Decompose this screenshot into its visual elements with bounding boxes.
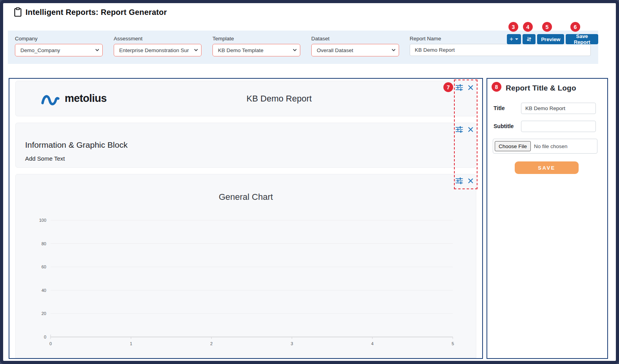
dataset-field: Dataset Overall Dataset — [311, 36, 399, 56]
subtitle-input[interactable] — [521, 121, 596, 132]
company-logo: metolius — [16, 92, 129, 106]
reorder-blocks-button[interactable] — [523, 34, 535, 44]
page-header: Intelligent Reports: Report Generator — [14, 7, 167, 17]
company-select[interactable]: Demo_Company — [15, 44, 103, 56]
logo-file-input[interactable]: Choose File No file chosen — [493, 139, 597, 154]
report-header-block[interactable]: metolius KB Demo Report — [15, 81, 476, 116]
assessment-field: Assessment Enterprise Demonstration Sur — [114, 36, 201, 56]
svg-text:0: 0 — [49, 341, 52, 346]
annotation-badge-5: 5 — [542, 22, 552, 32]
title-input[interactable] — [521, 103, 596, 114]
logo-text: metolius — [65, 92, 107, 105]
general-chart-canvas: 020406080100012345 — [16, 174, 476, 358]
toolbar: Company Demo_Company Assessment Enterpri… — [8, 31, 598, 64]
report-canvas: metolius KB Demo Report — [9, 78, 483, 359]
company-field: Company Demo_Company — [15, 36, 103, 56]
template-field: Template KB Demo Template — [212, 36, 300, 56]
report-title-logo-panel: 8 Report Title & Logo Title Subtitle Cho… — [486, 78, 608, 359]
svg-text:80: 80 — [42, 241, 46, 246]
svg-text:60: 60 — [42, 264, 46, 269]
caret-down-icon — [515, 38, 518, 40]
annotation-dashed-rect — [454, 80, 477, 189]
panel-save-button[interactable]: SAVE — [515, 161, 579, 174]
general-chart-block[interactable]: General Chart 020406080100012345 — [15, 174, 476, 358]
company-label: Company — [15, 36, 103, 42]
annotation-badge-7: 7 — [443, 82, 453, 92]
info-block-title: Information & Graphic Block — [25, 140, 127, 150]
title-label: Title — [494, 105, 505, 111]
page-title: Intelligent Reports: Report Generator — [25, 8, 167, 17]
choose-file-button[interactable]: Choose File — [495, 141, 531, 151]
svg-text:5: 5 — [452, 341, 454, 346]
report-generator-window: Intelligent Reports: Report Generator Co… — [0, 0, 619, 364]
preview-button-label: Preview — [541, 36, 560, 42]
subtitle-label: Subtitle — [494, 123, 514, 129]
template-label: Template — [212, 36, 300, 42]
dataset-label: Dataset — [311, 36, 399, 42]
svg-text:2: 2 — [210, 341, 212, 346]
template-select[interactable]: KB Demo Template — [212, 44, 300, 56]
annotation-badge-4: 4 — [523, 22, 533, 32]
svg-text:40: 40 — [42, 288, 46, 293]
svg-text:1: 1 — [130, 341, 132, 346]
info-block-subtitle: Add Some Text — [25, 155, 65, 162]
svg-text:0: 0 — [44, 335, 46, 339]
file-status-text: No file chosen — [534, 143, 568, 149]
annotation-badge-6: 6 — [570, 22, 580, 32]
panel-heading: Report Title & Logo — [506, 84, 576, 92]
clipboard-icon — [14, 7, 22, 17]
metolius-wave-icon — [41, 92, 60, 106]
assessment-label: Assessment — [114, 36, 201, 42]
dataset-select[interactable]: Overall Dataset — [311, 44, 399, 56]
plus-icon: + — [510, 36, 513, 43]
report-title-text: KB Demo Report — [129, 94, 429, 104]
preview-button[interactable]: Preview — [537, 34, 564, 44]
svg-text:100: 100 — [39, 218, 46, 223]
report-name-input[interactable] — [410, 44, 591, 56]
annotation-badge-3: 3 — [508, 22, 518, 32]
svg-text:20: 20 — [42, 311, 46, 316]
save-report-button[interactable]: Save Report — [566, 34, 598, 44]
add-block-button[interactable]: + — [507, 34, 521, 44]
reorder-arrows-icon — [526, 36, 532, 42]
assessment-select[interactable]: Enterprise Demonstration Sur — [114, 44, 201, 56]
annotation-badge-8: 8 — [492, 82, 501, 92]
save-report-button-label: Save Report — [570, 33, 594, 45]
svg-text:3: 3 — [291, 341, 293, 346]
info-graphic-block[interactable]: Information & Graphic Block Add Some Tex… — [15, 123, 476, 168]
svg-text:4: 4 — [371, 341, 374, 346]
toolbar-buttons: + Preview Save Report — [507, 34, 598, 44]
